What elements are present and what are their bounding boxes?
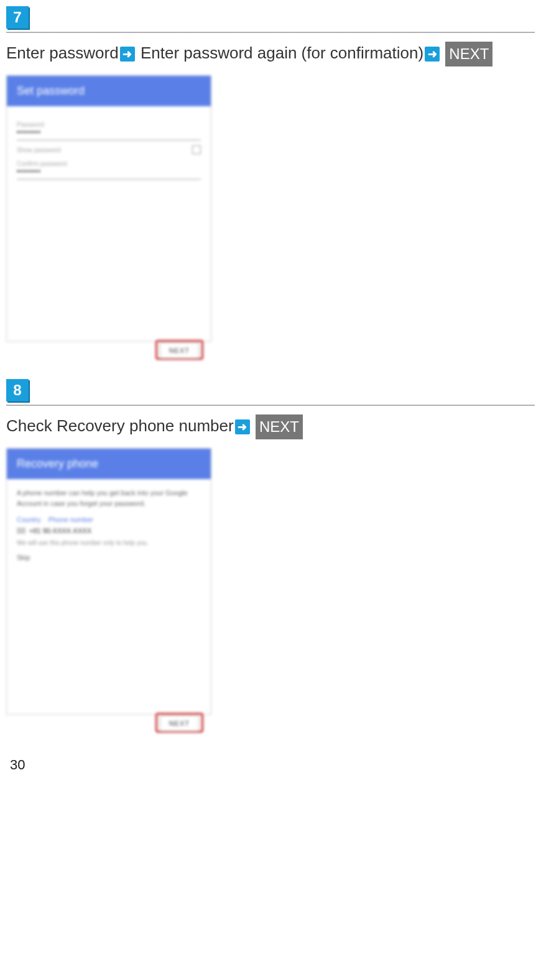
next-button[interactable]: NEXT	[160, 715, 199, 731]
highlight-box: NEXT	[155, 713, 203, 733]
confirm-password-input[interactable]: ••••••••	[17, 167, 201, 180]
step-7-text-2: Enter password again (for confirmation)	[141, 44, 423, 62]
step-8-screenshot: Recovery phone A phone number can help y…	[6, 448, 535, 715]
phone-screen: Set password Password •••••••• Show pass…	[6, 75, 211, 342]
recovery-body: A phone number can help you get back int…	[17, 488, 201, 508]
form-area: Password •••••••• Show password Confirm …	[7, 106, 211, 330]
step-8-divider	[6, 405, 535, 406]
step-7-header: 7	[6, 6, 535, 29]
password-label: Password	[17, 121, 201, 128]
country-label: Country	[17, 516, 41, 523]
next-button-label: NEXT	[445, 42, 492, 66]
step-8-number: 8	[6, 379, 29, 401]
phone-screen: Recovery phone A phone number can help y…	[6, 448, 211, 715]
confirm-password-label: Confirm password	[17, 160, 201, 167]
phone-note: We will use this phone number only to he…	[17, 539, 201, 546]
arrow-right-icon: ➜	[120, 47, 135, 62]
password-input[interactable]: ••••••••	[17, 128, 201, 140]
page-number: 30	[6, 752, 535, 785]
step-8-text-1: Check Recovery phone number	[6, 416, 234, 435]
screen-title: Recovery phone	[7, 449, 211, 479]
form-area: A phone number can help you get back int…	[7, 479, 211, 703]
phone-value: +81 90-XXXX-XXXX	[29, 527, 91, 534]
checkbox-icon[interactable]	[192, 145, 201, 154]
step-7-divider	[6, 32, 535, 33]
arrow-right-icon: ➜	[425, 47, 440, 62]
next-button-label: NEXT	[256, 414, 303, 439]
arrow-right-icon: ➜	[235, 419, 250, 434]
step-8-header: 8	[6, 379, 535, 401]
phone-row[interactable]: +81 90-XXXX-XXXX	[17, 527, 201, 534]
highlight-box: NEXT	[155, 340, 203, 360]
step-7-number: 7	[6, 6, 29, 29]
step-8-instruction: Check Recovery phone number➜ NEXT	[6, 412, 535, 442]
phone-number-label: Phone number	[49, 516, 93, 523]
button-row: NEXT	[7, 703, 211, 714]
show-password-row[interactable]: Show password	[17, 145, 201, 154]
flag-icon	[17, 528, 25, 534]
step-7-instruction: Enter password➜ Enter password again (fo…	[6, 39, 535, 69]
next-button[interactable]: NEXT	[160, 342, 199, 359]
step-7-screenshot: Set password Password •••••••• Show pass…	[6, 75, 535, 342]
button-row: NEXT	[7, 330, 211, 341]
step-7-text-1: Enter password	[6, 44, 119, 62]
skip-link[interactable]: Skip	[17, 554, 201, 561]
show-password-label: Show password	[17, 147, 61, 153]
screen-title: Set password	[7, 76, 211, 106]
